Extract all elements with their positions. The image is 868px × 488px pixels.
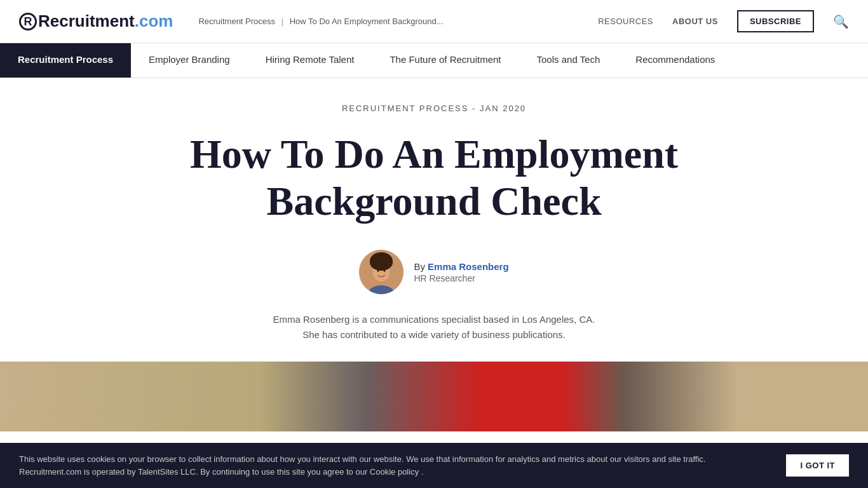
nav-label: The Future of Recruitment (390, 54, 501, 65)
nav-label: Hiring Remote Talent (266, 54, 355, 65)
svg-point-6 (370, 254, 393, 271)
author-by-label: By Emma Rosenberg (414, 261, 508, 272)
resources-link[interactable]: RESOURCES (598, 17, 653, 26)
nav-item-recruitment-process[interactable]: Recruitment Process (0, 43, 131, 78)
article-main: RECRUITMENT PROCESS - JAN 2020 How To Do… (148, 78, 720, 342)
hero-image (0, 362, 868, 431)
search-icon[interactable]: 🔍 (833, 14, 849, 29)
breadcrumb-separator: | (281, 17, 283, 26)
site-logo[interactable]: RRecruitment.com (19, 11, 173, 31)
breadcrumb: Recruitment Process | How To Do An Emplo… (198, 17, 598, 26)
logo-text-com: .com (135, 11, 173, 31)
author-info: By Emma Rosenberg HR Researcher (414, 261, 508, 283)
author-bio: Emma Rosenberg is a communications speci… (161, 312, 707, 342)
nav-item-future-of-recruitment[interactable]: The Future of Recruitment (372, 43, 519, 78)
logo-text-main: Recruitment (38, 11, 135, 31)
author-section: By Emma Rosenberg HR Researcher (161, 250, 707, 294)
author-role: HR Researcher (414, 273, 508, 283)
author-avatar (359, 250, 403, 294)
breadcrumb-current: How To Do An Employment Background... (290, 17, 444, 26)
logo-r-icon: R (19, 13, 37, 30)
nav-label: Employer Branding (149, 54, 230, 65)
header-navigation: RESOURCES ABOUT US SUBSCRIBE 🔍 (598, 10, 849, 32)
site-header: RRecruitment.com Recruitment Process | H… (0, 0, 868, 43)
author-name-link[interactable]: Emma Rosenberg (428, 261, 509, 272)
nav-item-hiring-remote-talent[interactable]: Hiring Remote Talent (248, 43, 372, 78)
article-title: How To Do An Employment Background Check (161, 131, 707, 224)
nav-label: Tools and Tech (537, 54, 600, 65)
category-nav: Recruitment Process Employer Branding Hi… (0, 43, 868, 78)
cookie-banner: This website uses cookies on your browse… (0, 443, 868, 488)
about-us-link[interactable]: ABOUT US (672, 17, 718, 26)
breadcrumb-link[interactable]: Recruitment Process (198, 17, 275, 26)
nav-label: Recommendations (635, 54, 715, 65)
cookie-text: This website uses cookies on your browse… (19, 453, 718, 478)
nav-item-employer-branding[interactable]: Employer Branding (131, 43, 248, 78)
subscribe-button[interactable]: SUBSCRIBE (737, 10, 814, 32)
nav-item-recommendations[interactable]: Recommendations (618, 43, 733, 78)
article-category: RECRUITMENT PROCESS - JAN 2020 (161, 104, 707, 113)
nav-item-tools-and-tech[interactable]: Tools and Tech (519, 43, 618, 78)
cookie-accept-button[interactable]: I GOT IT (786, 454, 849, 477)
nav-label: Recruitment Process (18, 54, 113, 65)
